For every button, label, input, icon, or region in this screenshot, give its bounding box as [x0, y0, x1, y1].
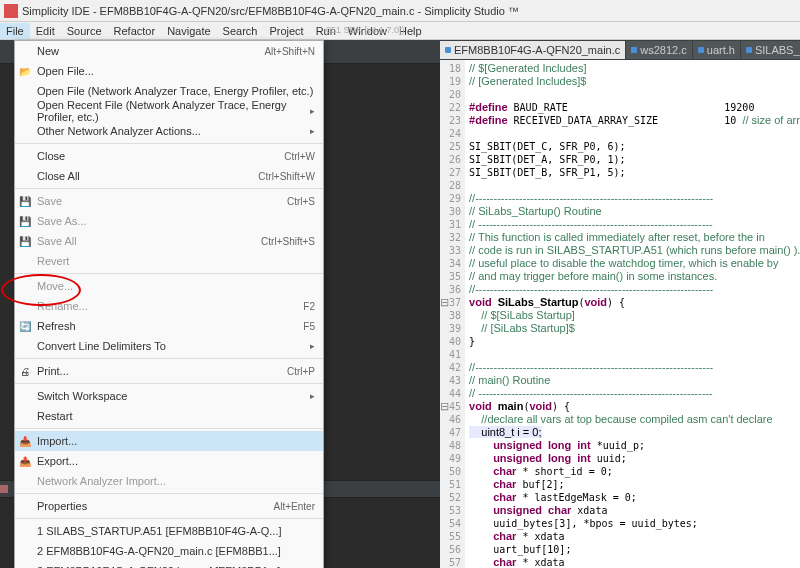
shortcut: Ctrl+W [284, 151, 315, 162]
tab-label: SILABS_STARTUP.A51 [755, 44, 800, 56]
menu-icon: 📤 [18, 454, 32, 468]
menu-item-open-file-network-analyzer-tra[interactable]: Open File (Network Analyzer Trace, Energ… [15, 81, 323, 101]
window-title: Simplicity IDE - EFM8BB10F4G-A-QFN20/src… [22, 5, 519, 17]
menu-item-label: Refresh [37, 320, 76, 332]
file-icon [746, 47, 752, 53]
menu-item-label: Move... [37, 280, 73, 292]
menu-item-save-all: 💾Save AllCtrl+Shift+S [15, 231, 323, 251]
menu-item-label: Network Analyzer Import... [37, 475, 166, 487]
menu-icon: 🔄 [18, 319, 32, 333]
menu-icon: 💾 [18, 214, 32, 228]
menu-item-label: Properties [37, 500, 87, 512]
shortcut: Ctrl+S [287, 196, 315, 207]
menu-item-open-file-[interactable]: 📂Open File... [15, 61, 323, 81]
menu-item-label: Print... [37, 365, 69, 377]
submenu-arrow-icon: ▸ [310, 126, 315, 136]
menu-item-rename-: Rename...F2 [15, 296, 323, 316]
menu-item-network-analyzer-import-: Network Analyzer Import... [15, 471, 323, 491]
menu-item-new[interactable]: NewAlt+Shift+N [15, 41, 323, 61]
menu-item-open-recent-file-network-analy[interactable]: Open Recent File (Network Analyzer Trace… [15, 101, 323, 121]
menu-item-2-efm8bb10f4g-a-qfn20-main-c-e[interactable]: 2 EFM8BB10F4G-A-QFN20_main.c [EFM8BB1...… [15, 541, 323, 561]
menu-item-refresh[interactable]: 🔄RefreshF5 [15, 316, 323, 336]
menu-file[interactable]: File [0, 23, 30, 39]
shortcut: Alt+Enter [274, 501, 315, 512]
menu-item-label: Open Recent File (Network Analyzer Trace… [37, 99, 310, 123]
menu-item-convert-line-delimiters-to[interactable]: Convert Line Delimiters To▸ [15, 336, 323, 356]
menu-item-label: 1 SILABS_STARTUP.A51 [EFM8BB10F4G-A-Q...… [37, 525, 282, 537]
menu-item-label: Convert Line Delimiters To [37, 340, 166, 352]
menu-item-close-all[interactable]: Close AllCtrl+Shift+W [15, 166, 323, 186]
shortcut: F5 [303, 321, 315, 332]
menu-item-label: Save As... [37, 215, 87, 227]
menu-project[interactable]: Project [263, 23, 309, 39]
menu-item-label: Close All [37, 170, 80, 182]
submenu-arrow-icon: ▸ [310, 341, 315, 351]
menu-icon: 💾 [18, 234, 32, 248]
menu-item-print-[interactable]: 🖨Print...Ctrl+P [15, 361, 323, 381]
menu-item-label: 2 EFM8BB10F4G-A-QFN20_main.c [EFM8BB1...… [37, 545, 281, 557]
menu-refactor[interactable]: Refactor [108, 23, 162, 39]
editor-tab[interactable]: ws2812.c [626, 41, 691, 59]
editor-tabs: EFM8BB10F4G-A-QFN20_main.cws2812.cuart.h… [440, 40, 800, 60]
tab-label: uart.h [707, 44, 735, 56]
submenu-arrow-icon: ▸ [310, 106, 315, 116]
editor-tab[interactable]: SILABS_STARTUP.A51 [741, 41, 800, 59]
menu-item-label: Restart [37, 410, 72, 422]
menu-item-switch-workspace[interactable]: Switch Workspace▸ [15, 386, 323, 406]
shortcut: Ctrl+Shift+W [258, 171, 315, 182]
menu-edit[interactable]: Edit [30, 23, 61, 39]
editor-tab[interactable]: EFM8BB10F4G-A-QFN20_main.c [440, 41, 625, 59]
menu-item-label: Close [37, 150, 65, 162]
menu-item-close[interactable]: CloseCtrl+W [15, 146, 323, 166]
shortcut: F2 [303, 301, 315, 312]
app-icon [4, 4, 18, 18]
menu-item-label: New [37, 45, 59, 57]
menu-item-3-efm8bb10f4g-a-qfn20-hwconf-e[interactable]: 3 EFM8BB10F4G-A-QFN20.hwconf [EFM8BB1...… [15, 561, 323, 568]
menu-item-label: Export... [37, 455, 78, 467]
file-icon [445, 47, 451, 53]
menu-icon: 📥 [18, 434, 32, 448]
menu-icon: 💾 [18, 194, 32, 208]
debug-icon [0, 485, 8, 493]
menu-item-move-: Move... [15, 276, 323, 296]
menu-item-export-[interactable]: 📤Export... [15, 451, 323, 471]
menu-item-label: Revert [37, 255, 69, 267]
menu-source[interactable]: Source [61, 23, 108, 39]
menu-item-1-silabs-startup-a51-efm8bb10f[interactable]: 1 SILABS_STARTUP.A51 [EFM8BB10F4G-A-Q...… [15, 521, 323, 541]
tab-label: ws2812.c [640, 44, 686, 56]
menu-icon: 🖨 [18, 364, 32, 378]
menu-item-label: Save All [37, 235, 77, 247]
menu-item-label: Rename... [37, 300, 88, 312]
code-content[interactable]: // $[Generated Includes] // [Generated I… [465, 60, 800, 568]
editor-panel: EFM8BB10F4G-A-QFN20_main.cws2812.cuart.h… [440, 40, 800, 568]
file-icon [631, 47, 637, 53]
menu-search[interactable]: Search [217, 23, 264, 39]
menu-item-save: 💾SaveCtrl+S [15, 191, 323, 211]
title-bar: Simplicity IDE - EFM8BB10F4G-A-QFN20/src… [0, 0, 800, 22]
menu-item-label: Other Network Analyzer Actions... [37, 125, 201, 137]
menu-navigate[interactable]: Navigate [161, 23, 216, 39]
submenu-arrow-icon: ▸ [310, 391, 315, 401]
line-gutter: 18 19 20 22 23 24 25 26 27 28 29 30 31 3… [440, 60, 465, 568]
menu-item-label: Open File (Network Analyzer Trace, Energ… [37, 85, 313, 97]
menu-item-label: Import... [37, 435, 77, 447]
sdk-label: 051 SDK [v4.1.7.0]) [326, 22, 436, 38]
shortcut: Alt+Shift+N [264, 46, 315, 57]
menu-item-properties[interactable]: PropertiesAlt+Enter [15, 496, 323, 516]
menu-item-import-[interactable]: 📥Import... [15, 431, 323, 451]
tab-label: EFM8BB10F4G-A-QFN20_main.c [454, 44, 620, 56]
menu-item-other-network-analyzer-actions[interactable]: Other Network Analyzer Actions...▸ [15, 121, 323, 141]
file-menu-dropdown: NewAlt+Shift+N📂Open File...Open File (Ne… [14, 40, 324, 568]
editor-tab[interactable]: uart.h [693, 41, 740, 59]
menu-icon: 📂 [18, 64, 32, 78]
menu-item-label: Save [37, 195, 62, 207]
shortcut: Ctrl+Shift+S [261, 236, 315, 247]
file-icon [698, 47, 704, 53]
menu-item-restart[interactable]: Restart [15, 406, 323, 426]
menu-item-save-as-: 💾Save As... [15, 211, 323, 231]
menu-item-revert: Revert [15, 251, 323, 271]
shortcut: Ctrl+P [287, 366, 315, 377]
menu-item-label: Open File... [37, 65, 94, 77]
menu-item-label: Switch Workspace [37, 390, 127, 402]
code-area[interactable]: 18 19 20 22 23 24 25 26 27 28 29 30 31 3… [440, 60, 800, 568]
